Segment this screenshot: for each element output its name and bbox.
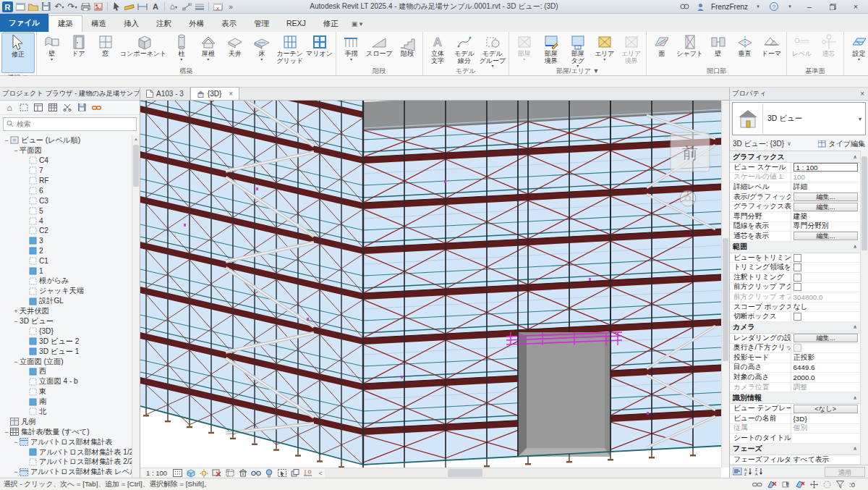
ribbon-button-屋根[interactable]: 屋根▾	[195, 33, 221, 67]
view-tab-{3D}[interactable]: {3D}×	[190, 87, 239, 100]
type-selector[interactable]: 3D ビュー ▾	[732, 102, 866, 135]
home-3d-icon[interactable]: ⌂▾	[168, 1, 179, 12]
help-menu-arrow[interactable]: ▾	[784, 1, 796, 12]
tree-item-天井伏図[interactable]: +天井伏図	[0, 306, 132, 316]
save-icon[interactable]	[41, 1, 52, 12]
exclude-options-icon[interactable]	[767, 480, 777, 489]
thin-lines-icon[interactable]	[194, 1, 205, 12]
visual-style-icon[interactable]	[185, 469, 196, 478]
ribbon-button-壁[interactable]: 壁▾	[38, 33, 65, 67]
property-value[interactable]: 6449.6	[791, 363, 860, 373]
tree-item-1[interactable]: 1	[0, 266, 132, 276]
instance-chevron-icon[interactable]: ∨	[787, 140, 791, 147]
property-section-範囲[interactable]: 範囲∧	[730, 242, 860, 253]
tree-item-アルバトロス部材集計表[interactable]: −アルバトロス部材集計表	[0, 437, 132, 447]
tree-item-6[interactable]: 6	[0, 185, 132, 195]
ribbon-button-床[interactable]: 床▾	[248, 33, 275, 67]
tree-item-西[interactable]: 西	[0, 366, 132, 376]
view-tab-A103 - 3[interactable]: A103 - 3	[140, 87, 190, 100]
property-value[interactable]: なし	[791, 303, 860, 312]
property-section-フェーズ[interactable]: フェーズ∧	[730, 444, 860, 455]
section-collapse-icon[interactable]: ∧	[853, 324, 857, 330]
project-browser-scrollbar[interactable]: ▲	[132, 135, 140, 478]
pb-views-icon[interactable]	[33, 102, 44, 113]
undo-icon[interactable]: ↶▾	[54, 1, 65, 12]
ribbon-button-部屋境界[interactable]: 部屋 境界	[537, 33, 564, 67]
ribbon-button-シャフト[interactable]: シャフト	[675, 33, 705, 67]
section-collapse-icon[interactable]: ∧	[853, 446, 857, 452]
filter-icon[interactable]	[836, 480, 844, 489]
tree-item-設計GL[interactable]: 設計GL	[0, 296, 132, 306]
section-icon[interactable]	[181, 1, 192, 12]
tree-expander-icon[interactable]: −	[12, 468, 20, 476]
edit-type-button[interactable]: タイプ編集	[818, 139, 865, 149]
property-value[interactable]: {3D}	[791, 414, 860, 423]
select-links-icon[interactable]	[752, 480, 762, 489]
scroll-up-icon[interactable]: ▲	[132, 135, 140, 143]
viewport-3d-scene[interactable]: 前⌂	[140, 101, 721, 468]
ribbon-button-カーテングリッド[interactable]: カーテン グリッド	[275, 33, 305, 67]
close-button[interactable]: ×	[846, 1, 865, 13]
modify-cursor-icon[interactable]	[111, 1, 122, 12]
property-value[interactable]: 正投影	[791, 353, 860, 363]
property-checkbox[interactable]	[793, 313, 801, 321]
property-section-識別情報[interactable]: 識別情報∧	[730, 392, 860, 404]
ribbon-button-立体文字[interactable]: A立体 文字	[425, 33, 451, 67]
temporary-view-properties-icon[interactable]	[276, 469, 287, 478]
ribbon-button-修正[interactable]: 修正	[1, 33, 35, 73]
ribbon-tab-挿入[interactable]: 挿入	[115, 16, 148, 32]
properties-close-icon[interactable]: ×	[859, 90, 866, 98]
ribbon-button-モデルグループ[interactable]: モデル グループ▾	[478, 33, 508, 67]
tree-expander-icon[interactable]: −	[12, 358, 20, 366]
close-hidden-icon[interactable]: x	[212, 1, 224, 12]
property-value[interactable]: 建築	[791, 212, 860, 221]
dimension-icon[interactable]	[137, 1, 148, 12]
image-export-icon[interactable]	[93, 1, 104, 12]
ribbon-tab-外構[interactable]: 外構	[180, 16, 213, 32]
property-value[interactable]: すべて表示	[791, 455, 860, 465]
ribbon-tab-修正[interactable]: 修正	[315, 16, 347, 32]
tree-item-立面図 (立面)[interactable]: −立面図 (立面)	[0, 357, 132, 367]
ribbon-button-ドーマ[interactable]: ドーマ	[758, 33, 785, 67]
displaced-elements-icon[interactable]	[289, 469, 300, 478]
text-icon[interactable]: A	[150, 1, 161, 12]
property-checkbox[interactable]	[793, 283, 801, 291]
property-section-グラフィックス[interactable]: グラフィックス∧	[730, 151, 860, 163]
tree-item-凡例[interactable]: 凡例	[0, 417, 132, 427]
tree-item-東[interactable]: 東	[0, 386, 132, 397]
property-edit-button[interactable]: 編集...	[793, 193, 858, 201]
tree-expander-icon[interactable]: −	[3, 428, 10, 436]
ribbon-button-柱[interactable]: 柱▾	[168, 33, 195, 67]
view-scale-button[interactable]: 1 : 100	[143, 469, 170, 477]
tree-item-ビュー (レベル順)[interactable]: −ビュー (レベル順)	[0, 135, 132, 145]
tree-item-南[interactable]: 南	[0, 397, 132, 407]
reveal-constraints-icon[interactable]	[302, 469, 313, 478]
ribbon-tab-構造[interactable]: 構造	[82, 16, 115, 32]
tree-item-C4[interactable]: C4	[0, 156, 132, 166]
ribbon-button-窓[interactable]: 窓	[92, 33, 119, 67]
detail-level-icon[interactable]	[172, 469, 183, 478]
tree-item-3[interactable]: 3	[0, 236, 132, 246]
ribbon-button-設定[interactable]: 設定▾	[846, 33, 868, 67]
ribbon-button-部屋タグ[interactable]: 1部屋 タグ▾	[564, 33, 591, 67]
ribbon-button-エリア[interactable]: エリア▾	[591, 33, 618, 67]
ribbon-button-スロープ[interactable]: スロープ	[365, 33, 394, 67]
design-options-icon[interactable]	[823, 480, 831, 489]
pb-select-box-icon[interactable]	[18, 102, 30, 113]
select-pinned-icon[interactable]	[782, 480, 791, 489]
crop-off-icon[interactable]	[211, 469, 222, 478]
tree-expander-icon[interactable]: +	[12, 308, 20, 315]
ribbon-tab-建築[interactable]: 建築	[48, 15, 82, 32]
revit-logo[interactable]: R	[1, 1, 13, 12]
property-checkbox[interactable]	[793, 263, 801, 271]
drawing-area[interactable]: 前⌂ 1 : 100 <	[140, 101, 729, 478]
property-value[interactable]: 2000.0	[791, 373, 860, 382]
section-collapse-icon[interactable]: ∧	[853, 154, 857, 160]
sort-descending-icon[interactable]: ZA	[755, 467, 764, 476]
crop-region-icon[interactable]	[224, 469, 235, 478]
section-collapse-icon[interactable]: ∧	[853, 395, 857, 401]
sun-settings-icon[interactable]	[198, 469, 209, 478]
tree-expander-icon[interactable]: −	[3, 137, 10, 144]
tree-item-C2[interactable]: C2	[0, 226, 132, 236]
ui-window-icon[interactable]	[14, 1, 26, 12]
